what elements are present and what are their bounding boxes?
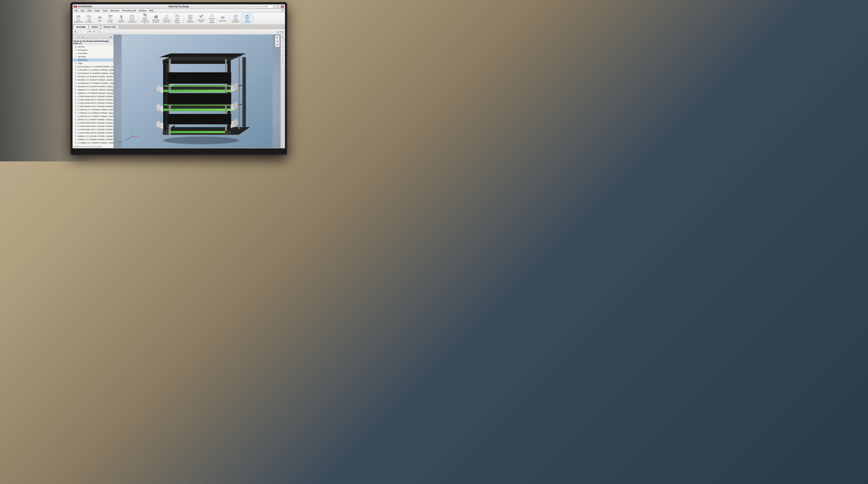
assembly-features-btn[interactable]: AssemblyFeatures	[151, 13, 161, 24]
tree-item-17[interactable]: 🔧 (-) Side-Rotate-Rod<5> (Default<<Defau…	[72, 121, 114, 124]
menu-view[interactable]: View	[86, 9, 93, 12]
svg-point-41	[246, 16, 248, 18]
tree-item-8[interactable]: 🔧 TopBase-1<2> (Default<<Default>_Displa…	[72, 91, 114, 95]
menu-3dcontrol[interactable]: 3Dcontrol	[109, 9, 121, 12]
tree-item-5[interactable]: 🔧 CornerBase-1<3> (Default<<Default>_Dis…	[72, 82, 114, 85]
tree-filter-btn[interactable]: 🔍	[73, 35, 77, 38]
tree-more-btn[interactable]: ▶	[109, 35, 113, 38]
bill-of-materials-btn[interactable]: Bill ofMaterials	[185, 13, 195, 24]
tree-item-origin[interactable]: ⊕ Origin	[72, 62, 114, 65]
close-button[interactable]: ✕	[281, 5, 284, 8]
search-box[interactable]: 🔍	[248, 5, 273, 8]
view-orient-btn[interactable]: ⊞	[276, 36, 279, 39]
tree-item-6[interactable]: 🔧 BoxSide-1<4> (Default<<Default>_Displa…	[72, 85, 114, 88]
tree-item-18[interactable]: 🔧 (-) Side-Rotate-Rod<6> (Default<<Defau…	[72, 124, 114, 128]
tree-content[interactable]: Stand Up Toy Design (Default<Display Sta…	[72, 39, 114, 145]
component-icon-14: 🔧	[74, 112, 77, 114]
tab-render-tools[interactable]: Render Tools	[101, 25, 119, 29]
edit-components-icon	[87, 14, 92, 19]
menu-tools[interactable]: Tools	[101, 9, 109, 12]
menu-photoview[interactable]: PhotoView 360	[121, 9, 137, 12]
right-btn-2[interactable]: ⊟	[281, 39, 285, 43]
new-motion-study-btn[interactable]: NewMotionStudy	[173, 13, 182, 24]
edit-component-btn[interactable]: EditComponent	[73, 13, 83, 24]
right-btn-7[interactable]: ⚙	[281, 60, 285, 64]
tree-item-23[interactable]: 🔧 (-) LidBase-3<1> (Default<<Default>_Di…	[72, 141, 114, 144]
tree-item-3[interactable]: 🔧 BoxSide-1<2> (Default<<Default>_Displa…	[72, 75, 114, 78]
tree-item-1[interactable]: 🔧 (-) BoxSide-1<1> (Default<<Default>_Di…	[72, 68, 114, 72]
edit-components-btn[interactable]: EditCompon...	[84, 13, 94, 24]
options-btn[interactable]: ▼	[281, 9, 284, 12]
tree-component-label-4: BoxSide-1<3> (Default<<Default>_Display …	[78, 79, 114, 81]
minimize-button[interactable]: ─	[275, 5, 277, 8]
tree-item-21[interactable]: 🔧 LidBase-1<1> (Default<<Default>_Displa…	[72, 135, 114, 138]
right-btn-8[interactable]: ⚠	[281, 64, 285, 68]
tree-item-front-plane[interactable]: ▭ Front Plane	[72, 52, 114, 55]
zoom-out-btn[interactable]: -	[83, 30, 87, 34]
linear-component-btn[interactable]: LinearComp...	[105, 13, 116, 24]
tree-item-13[interactable]: 🔧 (-) SideToy-2<1> (Default<<Default>_Di…	[72, 108, 114, 111]
reference-geometry-btn[interactable]: ReferenceGeometry	[162, 13, 172, 24]
tab-assembly[interactable]: Assembly	[73, 25, 89, 29]
right-btn-5[interactable]: ◇	[281, 52, 285, 55]
3d-viewport[interactable]: X Y Z * trimetric ⊞ ◈	[114, 34, 280, 148]
tree-item-22[interactable]: 🔧 LidBase-2<1> (Default<<Default>_Displa…	[72, 138, 114, 141]
right-btn-6[interactable]: ∑	[281, 56, 285, 60]
zoom-fit-btn[interactable]: ⊞	[73, 30, 78, 34]
show-hidden-btn[interactable]: ShowHiddenComponents	[140, 13, 150, 24]
maximize-button[interactable]: □	[278, 5, 281, 8]
component-icon-10: 🔧	[74, 98, 77, 101]
right-btn-3[interactable]: ▷	[281, 44, 285, 47]
edit-component-label: EditComponent	[74, 19, 83, 23]
svg-rect-78	[167, 73, 231, 84]
right-btn-4[interactable]: △	[281, 48, 285, 51]
right-btn-1[interactable]: ⊞	[281, 35, 285, 39]
tree-expand-btn[interactable]: ⊞	[81, 35, 85, 38]
svg-marker-21	[155, 15, 156, 16]
pan-btn[interactable]: ✥	[88, 30, 92, 34]
tree-item-4[interactable]: 🔧 BoxSide-1<3> (Default<<Default>_Displa…	[72, 78, 114, 82]
search-input[interactable]	[252, 6, 272, 8]
svg-rect-50	[163, 60, 231, 64]
explode-line-btn[interactable]: ExplodeLineSketch	[207, 13, 217, 24]
tree-item-top-plane[interactable]: ▭ Top Plane	[72, 55, 114, 58]
menu-insert[interactable]: Insert	[93, 9, 101, 12]
tree-item-10[interactable]: 🔧 (-) Side-Rotate-Rod<2> (Default<<Defau…	[72, 98, 114, 102]
exploded-view-btn[interactable]: ExplodedView	[196, 13, 206, 24]
tree-item-16[interactable]: 🔧 SideToy-4<1> (Default<<Default>_Displa…	[72, 118, 114, 121]
tree-collapse-btn[interactable]: ⊟	[77, 35, 81, 38]
mate-btn[interactable]: Mate	[95, 13, 105, 24]
tree-item-12[interactable]: 🔧 (-) Side-Rotate-Rod<4> (Default<<Defau…	[72, 105, 114, 108]
tree-item-20[interactable]: 🔧 (-) Side-Rotate-Rod<8> (Default<<Defau…	[72, 131, 114, 135]
zoom-in-btn[interactable]: +	[78, 30, 82, 34]
tree-item-annotations[interactable]: 📝 Annotations	[72, 49, 114, 52]
smart-component-btn[interactable]: S SmartComponent	[127, 13, 137, 24]
tree-item-9[interactable]: 🔧 (-) Side-Rotate-Rod<1> (Default<<Defau…	[72, 95, 114, 98]
instant3d-btn[interactable]: 3D Instant3D	[218, 13, 227, 24]
tree-item-sensors[interactable]: 📡 Sensors	[72, 45, 114, 49]
smart-fastener-btn[interactable]: SmartFastener	[116, 13, 126, 24]
hide-show-btn[interactable]: 👁	[276, 43, 279, 46]
tree-item-7[interactable]: 🔧 TopBase-1<1> (Default<<Default>_Displa…	[72, 88, 114, 91]
menu-file[interactable]: File	[73, 9, 79, 12]
tree-item-14[interactable]: 🔧 (-) SideToy-2<2> (Default<<Default>_Di…	[72, 111, 114, 115]
menu-help[interactable]: Help	[148, 9, 155, 12]
tree-item-0[interactable]: 🔧 (f) CornerBase-1<1> (Default<Default>_…	[72, 65, 114, 68]
tree-item-2[interactable]: 🔧 CornerBase-1<2> (Default<<Default>_Dis…	[72, 72, 114, 75]
tree-component-label-9: (-) Side-Rotate-Rod<1> (Default<<Default…	[78, 95, 114, 98]
top-plane-icon: ▭	[74, 55, 77, 58]
tree-root-item[interactable]: Stand Up Toy Design (Default<Display Sta…	[72, 39, 114, 45]
rotate-btn[interactable]: ↻	[92, 30, 96, 34]
take-snapshot-btn[interactable]: TakeSnapshot	[241, 13, 253, 24]
tree-item-right-plane[interactable]: ▭ Right Plane	[72, 58, 114, 62]
tree-item-11[interactable]: 🔧 (-) Side-Rotate-Rod<3> (Default<<Defau…	[72, 102, 114, 105]
menu-edit[interactable]: Edit	[80, 9, 86, 12]
display-style-btn[interactable]: ◈	[276, 39, 279, 43]
menu-window[interactable]: Window	[137, 9, 148, 12]
tree-item-19[interactable]: 🔧 (-) Side-Rotate-Rod<7> (Default<<Defau…	[72, 128, 114, 131]
tab-sketch[interactable]: Sketch	[89, 25, 101, 29]
update-speedpak-btn[interactable]: UpdateSpeedpak	[230, 13, 241, 24]
monitor-stand-neck	[170, 148, 187, 154]
section-view-btn[interactable]: ◫	[97, 30, 101, 34]
tree-item-15[interactable]: 🔧 (-) SideToy-3<1> (Default<<Default>_Di…	[72, 115, 114, 118]
